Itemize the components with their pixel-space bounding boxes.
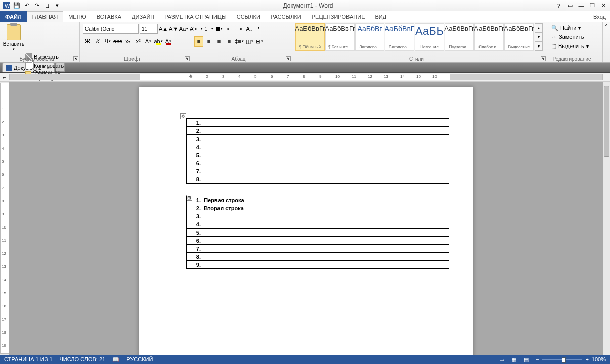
find-icon: 🔍 [551, 25, 558, 31]
case-button[interactable]: Aa [179, 24, 188, 34]
style-item[interactable]: АаБбВвГгПодзагол... [445, 23, 474, 51]
new-button[interactable]: 🗋 [42, 1, 52, 10]
qat-customize[interactable]: ▾ [53, 1, 62, 10]
word-icon[interactable]: W [2, 1, 11, 10]
svg-text:W: W [5, 3, 10, 9]
ruler-corner[interactable]: ⌐ [0, 73, 9, 81]
tab-home[interactable]: ГЛАВНАЯ [27, 11, 63, 22]
strike-button[interactable]: abc [113, 36, 122, 47]
gallery-down[interactable]: ▾ [535, 32, 543, 41]
font-color-button[interactable]: A [164, 36, 173, 47]
superscript-button[interactable]: x² [134, 36, 143, 47]
shading-button[interactable]: ◫ [245, 36, 254, 47]
ribbon: Вставить ▾ Вырезать Копировать Формат по… [0, 22, 610, 63]
close-button[interactable]: ✕ [599, 1, 608, 10]
ruler-row: ⌐ 12345678910111213141516 [0, 73, 610, 82]
underline-button[interactable]: Ч [103, 36, 112, 47]
style-item[interactable]: АаБбВвГг¶ Обычный [295, 23, 325, 51]
shrink-font-button[interactable]: A▼ [169, 24, 178, 34]
group-label: Абзац [191, 56, 286, 62]
grow-font-button[interactable]: A▲ [159, 24, 168, 34]
group-label: Шрифт [80, 56, 185, 62]
tab-menu[interactable]: Меню [63, 11, 92, 22]
sort-button[interactable]: A↓ [245, 24, 254, 34]
tab-layout[interactable]: РАЗМЕТКА СТРАНИЦЫ [159, 11, 231, 22]
group-paragraph: •≡ 1≡ ≣ ⇤ ⇥ A↓ ¶ ≡ ≡ ≡ ≡ ‡≡ ◫ ⊞ Абзац ⬊ [191, 22, 292, 62]
style-item[interactable]: АаБбВвГгВыделение [504, 23, 534, 51]
paste-button[interactable]: Вставить ▾ [3, 23, 24, 51]
copy-icon [25, 62, 32, 69]
group-label: Стили [292, 56, 541, 62]
find-button[interactable]: 🔍Найти ▾ [550, 23, 599, 32]
horizontal-ruler[interactable]: 12345678910111213141516 [9, 74, 603, 80]
group-editing: 🔍Найти ▾ ↔Заменить ⬚Выделить ▾ Редактиро… [547, 22, 603, 62]
line-spacing-button[interactable]: ‡≡ [235, 36, 244, 47]
subscript-button[interactable]: x₂ [123, 36, 133, 47]
highlight-button[interactable]: ab [154, 36, 163, 47]
save-button[interactable]: 💾 [12, 1, 21, 10]
replace-icon: ↔ [551, 34, 557, 40]
multilevel-button[interactable]: ≣ [214, 24, 224, 34]
gallery-more[interactable]: ▾ [535, 41, 543, 51]
tab-refs[interactable]: ССЫЛКИ [232, 11, 266, 22]
restore-button[interactable]: ❐ [588, 1, 597, 10]
group-styles: АаБбВвГг¶ ОбычныйАаБбВвГг¶ Без инте...Аа… [292, 22, 547, 62]
align-right-button[interactable]: ≡ [214, 36, 224, 47]
undo-button[interactable]: ↶ [22, 1, 31, 10]
bold-button[interactable]: Ж [83, 36, 92, 47]
borders-button[interactable]: ⊞ [255, 36, 264, 47]
bullets-button[interactable]: •≡ [194, 24, 203, 34]
indent-button[interactable]: ⇥ [235, 24, 244, 34]
ribbon-tabs: ФАЙЛ ГЛАВНАЯ Меню ВСТАВКА ДИЗАЙН РАЗМЕТК… [0, 11, 610, 22]
tab-review[interactable]: РЕЦЕНЗИРОВАНИЕ [307, 11, 370, 22]
align-center-button[interactable]: ≡ [204, 36, 213, 47]
paste-label: Вставить [3, 41, 24, 47]
select-button[interactable]: ⬚Выделить ▾ [550, 41, 599, 51]
document-tab-bar: Документ1 * ✕ [0, 63, 610, 73]
group-font: A▲ A▼ Aa A̷ Ж К Ч abc x₂ x² A ab A Шрифт… [80, 22, 191, 62]
minimize-button[interactable]: — [577, 1, 586, 10]
align-left-button[interactable]: ≡ [194, 36, 203, 47]
paste-icon [7, 24, 21, 40]
group-label: Редактирование [547, 56, 596, 62]
tab-mail[interactable]: РАССЫЛКИ [266, 11, 307, 22]
italic-button[interactable]: К [93, 36, 102, 47]
tab-view[interactable]: ВИД [370, 11, 392, 22]
window-controls: ? ▭ — ❐ ✕ [554, 1, 608, 10]
style-item[interactable]: АаБбВвГЗаголово... [385, 23, 414, 51]
font-launcher[interactable]: ⬊ [185, 56, 190, 61]
outdent-button[interactable]: ⇤ [225, 24, 234, 34]
tab-insert[interactable]: ВСТАВКА [92, 11, 126, 22]
para-launcher[interactable]: ⬊ [286, 56, 291, 61]
select-icon: ⬚ [551, 43, 556, 50]
font-select[interactable] [83, 24, 139, 34]
style-item[interactable]: АаБбВвГгСлабое в... [474, 23, 504, 51]
title-bar: W 💾 ↶ ↷ 🗋 ▾ Документ1 - Word ? ▭ — ❐ ✕ [0, 0, 610, 11]
collapse-ribbon-button[interactable]: ^ [603, 22, 610, 62]
style-item[interactable]: АаБЬНазвание [415, 23, 444, 51]
style-item[interactable]: АаБбВгЗаголово... [355, 23, 384, 51]
show-marks-button[interactable]: ¶ [255, 24, 264, 34]
styles-gallery: АаБбВвГг¶ ОбычныйАаБбВвГг¶ Без инте...Аа… [295, 23, 534, 51]
text-effects-button[interactable]: A [144, 36, 153, 47]
redo-button[interactable]: ↷ [32, 1, 41, 10]
window-title: Документ1 - Word [62, 2, 554, 9]
replace-button[interactable]: ↔Заменить [550, 32, 599, 41]
signin-link[interactable]: Вход [589, 11, 610, 22]
help-button[interactable]: ? [554, 1, 563, 10]
doc-icon [6, 65, 12, 71]
numbering-button[interactable]: 1≡ [204, 24, 213, 34]
gallery-scroll: ▴ ▾ ▾ [535, 23, 543, 51]
group-label: Буфер обмена [0, 56, 73, 62]
ribbon-opts-button[interactable]: ▭ [565, 1, 575, 10]
gallery-up[interactable]: ▴ [535, 23, 543, 32]
clipboard-launcher[interactable]: ⬊ [73, 56, 78, 61]
tab-design[interactable]: ДИЗАЙН [126, 11, 159, 22]
size-select[interactable] [140, 24, 158, 34]
style-item[interactable]: АаБбВвГг¶ Без инте... [325, 23, 355, 51]
quick-access-toolbar: W 💾 ↶ ↷ 🗋 ▾ [2, 1, 62, 10]
styles-launcher[interactable]: ⬊ [541, 56, 546, 61]
tab-file[interactable]: ФАЙЛ [0, 11, 27, 22]
group-clipboard: Вставить ▾ Вырезать Копировать Формат по… [0, 22, 80, 62]
justify-button[interactable]: ≡ [225, 36, 234, 47]
